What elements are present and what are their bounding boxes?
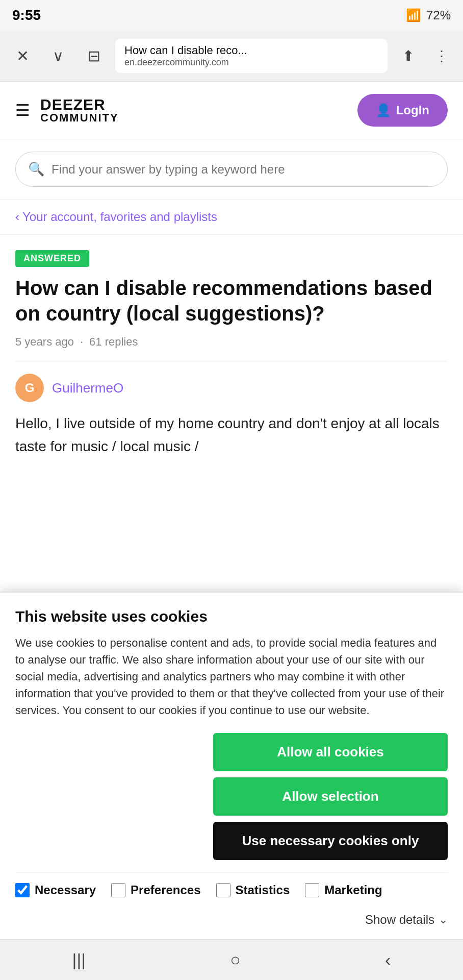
allow-selection-button[interactable]: Allow selection (213, 777, 448, 816)
search-input[interactable] (52, 162, 435, 177)
article-meta: 5 years ago · 61 replies (15, 335, 448, 349)
statistics-checkbox-label[interactable]: Statistics (216, 883, 290, 897)
breadcrumb: ‹ Your account, favorites and playlists (0, 200, 463, 235)
login-button[interactable]: 👤 LogIn (357, 94, 448, 127)
bluetooth-icon: 📶 (406, 8, 421, 22)
more-options-button[interactable]: ⋮ (428, 43, 455, 69)
author-name[interactable]: GuilhermeO (52, 380, 123, 396)
bottom-navigation: ||| ○ ‹ (0, 939, 463, 980)
search-section: 🔍 (0, 139, 463, 200)
article-body: Hello, I live outside of my home country… (15, 412, 448, 458)
preferences-checkbox[interactable] (111, 883, 125, 897)
status-bar: 9:55 📶 72% (0, 0, 463, 31)
article-divider (15, 361, 448, 361)
url-bar[interactable]: How can I disable reco... en.deezercommu… (115, 39, 388, 73)
necessary-checkbox-label[interactable]: Necessary (15, 883, 96, 897)
site-logo[interactable]: DEEZER COMMUNITY (40, 97, 119, 124)
marketing-checkbox-label[interactable]: Marketing (305, 883, 382, 897)
breadcrumb-link[interactable]: ‹ Your account, favorites and playlists (15, 210, 448, 224)
browser-bar: ✕ ∨ ⊟ How can I disable reco... en.deeze… (0, 31, 463, 82)
page-domain: en.deezercommunity.com (124, 57, 378, 68)
chevron-down-icon: ⌄ (439, 913, 448, 926)
meta-dot: · (80, 335, 83, 349)
browser-settings-button[interactable]: ⊟ (80, 42, 108, 70)
battery-level: 72% (426, 8, 451, 22)
site-header: ☰ DEEZER COMMUNITY 👤 LogIn (0, 82, 463, 139)
cookie-banner: This website uses cookies We use cookies… (0, 592, 463, 939)
cookie-buttons: Allow all cookies Allow selection Use ne… (15, 733, 448, 860)
share-button[interactable]: ⬆ (395, 43, 421, 69)
home-button[interactable]: ○ (220, 945, 251, 975)
cookie-banner-title: This website uses cookies (15, 608, 448, 625)
logo-community-text: COMMUNITY (40, 112, 119, 124)
search-bar[interactable]: 🔍 (15, 152, 448, 187)
show-details-button[interactable]: Show details ⌄ (365, 913, 448, 927)
article-replies: 61 replies (89, 335, 138, 349)
status-time: 9:55 (12, 7, 41, 23)
user-icon: 👤 (376, 103, 391, 117)
back-button[interactable]: ‹ (375, 945, 401, 975)
logo-deezer-text: DEEZER (40, 97, 119, 112)
cookie-checkboxes: Necessary Preferences Statistics Marketi… (15, 872, 448, 927)
answered-badge: ANSWERED (15, 250, 89, 267)
close-tab-button[interactable]: ✕ (8, 42, 37, 70)
header-left: ☰ DEEZER COMMUNITY (15, 97, 119, 124)
main-content: ☰ DEEZER COMMUNITY 👤 LogIn 🔍 ‹ Your acco… (0, 82, 463, 474)
preferences-checkbox-label[interactable]: Preferences (111, 883, 200, 897)
recent-apps-button[interactable]: ||| (62, 945, 96, 975)
allow-all-cookies-button[interactable]: Allow all cookies (213, 733, 448, 771)
article-section: ANSWERED How can I disable recommendatio… (0, 235, 463, 474)
tab-switcher-button[interactable]: ∨ (44, 42, 72, 70)
page-title: How can I disable reco... (124, 44, 378, 57)
necessary-checkbox[interactable] (15, 883, 30, 897)
search-icon: 🔍 (28, 161, 44, 177)
marketing-checkbox[interactable] (305, 883, 319, 897)
use-necessary-only-button[interactable]: Use necessary cookies only (213, 822, 448, 860)
hamburger-menu-button[interactable]: ☰ (15, 101, 30, 120)
status-icons: 📶 72% (406, 8, 451, 22)
article-title: How can I disable recommendations based … (15, 275, 448, 326)
avatar: G (15, 374, 44, 402)
author-row: G GuilhermeO (15, 374, 448, 402)
chevron-left-icon: ‹ (15, 210, 19, 224)
statistics-checkbox[interactable] (216, 883, 230, 897)
cookie-banner-body: We use cookies to personalise content an… (15, 634, 448, 719)
article-age: 5 years ago (15, 335, 74, 349)
